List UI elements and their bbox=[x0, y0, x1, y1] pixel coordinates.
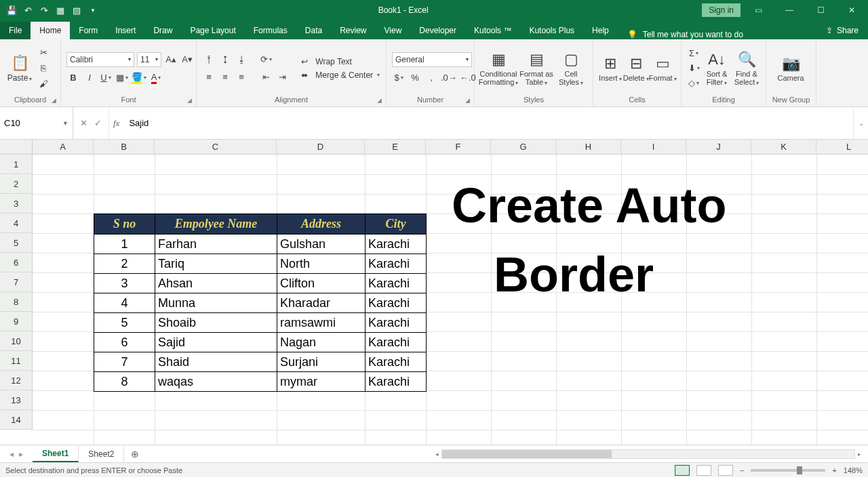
orientation-icon[interactable]: ⟳ bbox=[259, 53, 273, 66]
number-dialog-icon[interactable]: ◢ bbox=[465, 97, 470, 104]
col-header-C[interactable]: C bbox=[155, 140, 277, 155]
cell-styles-button[interactable]: ▢Cell Styles bbox=[555, 51, 587, 86]
bold-button[interactable]: B bbox=[66, 71, 80, 85]
table-cell[interactable]: 4 bbox=[94, 293, 155, 313]
tab-draw[interactable]: Draw bbox=[144, 22, 181, 39]
formula-input[interactable]: Sajid bbox=[123, 107, 853, 139]
align-top-icon[interactable]: ⭱ bbox=[202, 53, 216, 66]
decrease-decimal-icon[interactable]: ←.0 bbox=[460, 71, 476, 85]
format-as-table-button[interactable]: ▤Format as Table bbox=[518, 51, 555, 86]
align-bottom-icon[interactable]: ⭳ bbox=[235, 53, 248, 66]
col-header-J[interactable]: J bbox=[686, 140, 751, 155]
increase-font-icon[interactable]: A▴ bbox=[164, 53, 178, 66]
align-middle-icon[interactable]: ⭥ bbox=[218, 53, 232, 66]
col-header-A[interactable]: A bbox=[33, 140, 94, 155]
select-all-corner[interactable] bbox=[0, 140, 33, 155]
zoom-level[interactable]: 148% bbox=[844, 466, 863, 474]
table-cell[interactable]: Karachi bbox=[366, 352, 427, 372]
align-center-icon[interactable]: ≡ bbox=[218, 70, 232, 84]
row-header-1[interactable]: 1 bbox=[0, 155, 33, 174]
row-headers[interactable]: 1234567891011121314 bbox=[0, 155, 33, 430]
format-painter-icon[interactable]: 🖌 bbox=[37, 77, 50, 91]
row-header-10[interactable]: 10 bbox=[0, 331, 33, 351]
table-cell[interactable]: Surjani bbox=[277, 352, 366, 372]
tab-review[interactable]: Review bbox=[331, 22, 375, 39]
tab-kutoolsplus[interactable]: Kutools Plus bbox=[520, 22, 583, 39]
tab-file[interactable]: File bbox=[0, 22, 31, 39]
border-button[interactable]: ▦ bbox=[115, 71, 129, 85]
tab-data[interactable]: Data bbox=[296, 22, 331, 39]
row-header-14[interactable]: 14 bbox=[0, 410, 33, 430]
table-cell[interactable]: Tariq bbox=[155, 254, 277, 274]
maximize-icon[interactable]: ☐ bbox=[807, 0, 834, 20]
tab-kutools[interactable]: Kutools ™ bbox=[465, 22, 520, 39]
increase-decimal-icon[interactable]: .0→ bbox=[441, 71, 457, 85]
data-table[interactable]: S noEmpolyee NameAddressCity 1FarhanGuls… bbox=[94, 214, 427, 392]
cancel-formula-icon[interactable]: ✕ bbox=[80, 118, 87, 128]
table-cell[interactable]: 5 bbox=[94, 313, 155, 333]
sign-in-button[interactable]: Sign in bbox=[702, 3, 741, 17]
table-cell[interactable]: ramsawmi bbox=[277, 313, 366, 333]
table-row[interactable]: 7ShaidSurjaniKarachi bbox=[94, 352, 427, 372]
fill-color-button[interactable]: 🪣 bbox=[132, 71, 146, 85]
font-name-input[interactable]: Calibri▾ bbox=[66, 52, 134, 67]
delete-cells-button[interactable]: ⊟Delete bbox=[623, 55, 649, 82]
zoom-out-icon[interactable]: − bbox=[740, 466, 744, 474]
insert-cells-button[interactable]: ⊞Insert bbox=[597, 55, 623, 82]
tab-pagelayout[interactable]: Page Layout bbox=[181, 22, 244, 39]
comma-format-icon[interactable]: , bbox=[425, 71, 438, 85]
page-layout-view-icon[interactable] bbox=[696, 465, 711, 476]
col-header-K[interactable]: K bbox=[751, 140, 816, 155]
row-header-8[interactable]: 8 bbox=[0, 292, 33, 312]
number-format-select[interactable]: General▾ bbox=[392, 52, 472, 67]
table-cell[interactable]: 3 bbox=[94, 274, 155, 293]
table-row[interactable]: 8waqasmymarKarachi bbox=[94, 372, 427, 392]
row-header-6[interactable]: 6 bbox=[0, 253, 33, 272]
italic-button[interactable]: I bbox=[83, 71, 96, 85]
tab-form[interactable]: Form bbox=[70, 22, 106, 39]
row-header-3[interactable]: 3 bbox=[0, 194, 33, 214]
close-icon[interactable]: ✕ bbox=[838, 0, 865, 20]
font-size-input[interactable]: 11▾ bbox=[137, 52, 161, 67]
fx-icon[interactable]: fx bbox=[109, 107, 123, 139]
align-right-icon[interactable]: ≡ bbox=[235, 70, 248, 84]
expand-formula-icon[interactable]: ⌄ bbox=[853, 107, 868, 139]
table-cell[interactable]: Sajid bbox=[155, 333, 277, 352]
underline-button[interactable]: U bbox=[99, 71, 113, 85]
table-cell[interactable]: Karachi bbox=[366, 293, 427, 313]
tab-help[interactable]: Help bbox=[583, 22, 618, 39]
tab-insert[interactable]: Insert bbox=[106, 22, 144, 39]
col-header-E[interactable]: E bbox=[365, 140, 426, 155]
enter-formula-icon[interactable]: ✓ bbox=[94, 118, 102, 128]
col-header-F[interactable]: F bbox=[426, 140, 491, 155]
table-header[interactable]: Address bbox=[277, 214, 366, 235]
table-row[interactable]: 6SajidNaganKarachi bbox=[94, 333, 427, 352]
row-header-13[interactable]: 13 bbox=[0, 390, 33, 410]
paste-button[interactable]: 📋 Paste bbox=[4, 54, 35, 83]
table-cell[interactable]: Nagan bbox=[277, 333, 366, 352]
table-row[interactable]: 4MunnaKharadarKarachi bbox=[94, 293, 427, 313]
qat-dropdown-icon[interactable]: ▼ bbox=[85, 3, 100, 18]
table-cell[interactable]: Karachi bbox=[366, 372, 427, 392]
table-cell[interactable]: Munna bbox=[155, 293, 277, 313]
sheet-tab-1[interactable]: Sheet1 bbox=[33, 446, 79, 462]
fill-icon[interactable]: ⬇ bbox=[687, 62, 701, 75]
tab-developer[interactable]: Developer bbox=[410, 22, 465, 39]
table-row[interactable]: 5ShoaibramsawmiKarachi bbox=[94, 313, 427, 333]
table-cell[interactable]: 2 bbox=[94, 254, 155, 274]
redo-icon[interactable]: ↷ bbox=[37, 3, 52, 18]
cut-icon[interactable]: ✂ bbox=[37, 46, 50, 60]
table-cell[interactable]: waqas bbox=[155, 372, 277, 392]
row-header-2[interactable]: 2 bbox=[0, 174, 33, 194]
column-headers[interactable]: ABCDEFGHIJKL bbox=[33, 140, 868, 155]
clipboard-dialog-icon[interactable]: ◢ bbox=[52, 97, 56, 104]
table-cell[interactable]: 7 bbox=[94, 352, 155, 372]
table-row[interactable]: 3AhsanCliftonKarachi bbox=[94, 274, 427, 293]
table-cell[interactable]: 1 bbox=[94, 235, 155, 254]
alignment-dialog-icon[interactable]: ◢ bbox=[377, 97, 382, 104]
normal-view-icon[interactable] bbox=[675, 465, 690, 476]
increase-indent-icon[interactable]: ⇥ bbox=[275, 70, 289, 84]
table-cell[interactable]: 8 bbox=[94, 372, 155, 392]
table-header[interactable]: S no bbox=[94, 214, 155, 235]
col-header-B[interactable]: B bbox=[94, 140, 155, 155]
